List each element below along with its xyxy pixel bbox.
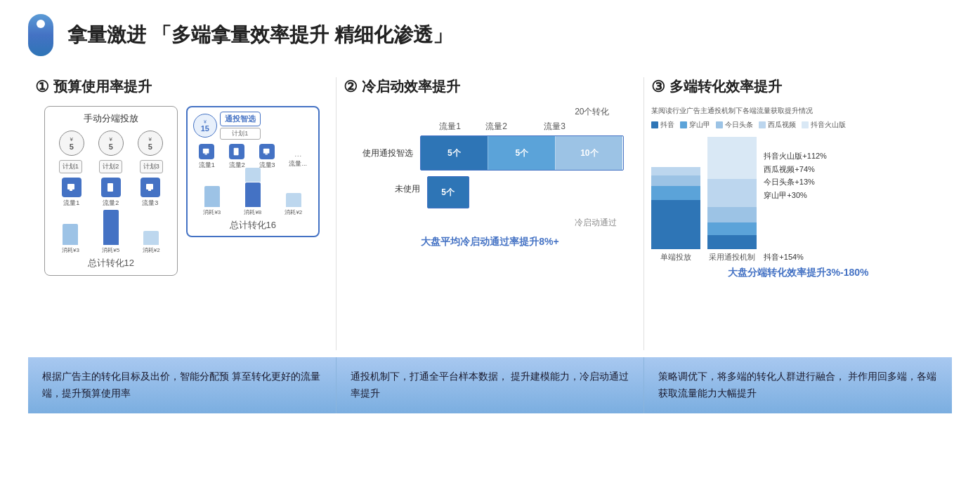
pct-huoshan: 抖音火山版+112%: [764, 150, 827, 162]
seg-huoshan-tongdi: [707, 137, 757, 179]
bottom-box-1: 根据广告主的转化目标及出价，智能分配预 算至转化更好的流量端，提升预算使用率: [28, 357, 337, 413]
single-bar: [651, 137, 700, 249]
svg-rect-0: [67, 184, 74, 189]
pct-toutiao: 今日头条+13%: [764, 176, 827, 188]
col3-multiplatform: ③ 多端转化效率提升 某阅读行业广告主通投机制下各端流量获取提升情况 抖音 穿山…: [644, 77, 952, 350]
col2-title-text: 冷启动效率提升: [362, 77, 460, 96]
plan-box-3: 计划3: [140, 160, 163, 173]
using-cell-2: 5个: [488, 136, 555, 170]
chart-col-labels: 流量1 流量2 流量3: [427, 121, 624, 133]
flow-icon-2: 流量2: [101, 178, 121, 208]
bars-manual: 消耗¥3 消耗¥5 消耗¥2: [52, 212, 170, 254]
col1-num: ①: [35, 78, 49, 96]
legend-xigua: 西瓜视频: [759, 120, 796, 130]
legend-dot-huoshan: [802, 121, 809, 128]
tongdi-bar-group: 采用通投机制: [707, 137, 757, 262]
tongdi-flow-more: … 流量...: [289, 144, 307, 170]
device-icon-2: [101, 178, 121, 197]
col3-num: ③: [651, 78, 665, 96]
chart-header-row: 20个转化: [357, 106, 624, 118]
bar-manual-3: 消耗¥2: [143, 231, 160, 254]
col1-title: ① 预算使用率提升: [35, 77, 329, 96]
plan-box-1: 计划1: [59, 160, 82, 173]
col2-title: ② 冷启动效率提升: [344, 77, 637, 96]
col2-cold-start: ② 冷启动效率提升 20个转化 流量1 流量2 流量3: [337, 77, 645, 350]
legend-huoshan: 抖音火山版: [802, 120, 846, 130]
plan-labels: 计划1 计划2 计划3: [52, 160, 170, 173]
col-label-2: 流量2: [473, 121, 520, 133]
seg-douyin-tongdi: [707, 235, 757, 249]
col2-bottom-label: 冷启动通过: [357, 217, 624, 229]
unused-row-label: 未使用: [357, 176, 427, 195]
seg-chuanshanjia-single: [651, 186, 700, 200]
budget-circle-2: ¥ 5: [98, 131, 124, 156]
col1-budget: ① 预算使用率提升 手动分端投放 ¥ 5 ¥ 5: [28, 77, 337, 350]
page-wrapper: 拿量激进 「多端拿量效率提升 精细化渗透」 ① 预算使用率提升 手动分端投放 ¥…: [0, 0, 980, 499]
bar-tongdi-3: 消耗¥2: [285, 193, 302, 216]
bar-tongdi-1: 消耗¥3: [203, 186, 221, 216]
col3-title: ③ 多端转化效率提升: [651, 77, 945, 96]
tongdi-bar-label: 采用通投机制: [709, 252, 755, 262]
tongdi-device-2: [229, 144, 244, 159]
col-label-3: 流量3: [520, 121, 590, 133]
legend-toutiao: 今日头条: [716, 120, 753, 130]
main-columns: ① 预算使用率提升 手动分端投放 ¥ 5 ¥ 5: [28, 77, 952, 350]
bars-tongdi: 消耗¥3 消耗¥8: [193, 174, 313, 216]
bar-manual-1: 消耗¥3: [62, 224, 79, 254]
total-tongdi: 总计转化16: [193, 219, 313, 232]
tongdi-flow-2: 流量2: [229, 144, 245, 170]
chart-using-row: 使用通投智选 5个 5个 10个: [357, 135, 624, 171]
col3-legend: 抖音 穿山甲 今日头条 西瓜视频: [651, 120, 945, 130]
manual-label: 手动分端投放: [52, 112, 170, 125]
pct-labels: 抖音火山版+112% 西瓜视频+74% 今日头条+13% 穿山甲+30% 抖音+…: [764, 150, 827, 262]
svg-rect-6: [205, 154, 207, 155]
pct-chuanshanjia: 穿山甲+30%: [764, 189, 827, 201]
tongdi-device-3: [259, 144, 275, 159]
legend-douyin: 抖音: [651, 120, 674, 130]
col2-content: 20个转化 流量1 流量2 流量3 使用通投智选 5个 5个: [344, 106, 637, 350]
tongdi-title: 通投智选: [220, 112, 261, 126]
bottom-section: 根据广告主的转化目标及出价，智能分配预 算至转化更好的流量端，提升预算使用率 通…: [28, 357, 952, 413]
legend-dot-douyin: [651, 121, 658, 128]
bottom-box-2: 通投机制下，打通全平台样本数据， 提升建模能力，冷启动通过率提升: [337, 357, 645, 413]
using-row-label: 使用通投智选: [357, 135, 420, 171]
header-icon: [28, 14, 53, 56]
tongdi-budget-circle: ¥ 15: [193, 114, 217, 138]
seg-douyin-single: [651, 200, 700, 249]
tongdi-header: ¥ 15 通投智选 计划1: [193, 112, 313, 140]
using-cell-3: 10个: [555, 136, 622, 170]
flow-icons-tongdi: 流量1 流量2 流量3: [193, 144, 313, 170]
tongdi-plan: 计划1: [220, 128, 261, 140]
unused-cell: 5个: [427, 176, 469, 208]
using-cell-1: 5个: [421, 136, 488, 170]
single-bar-label: 单端投放: [660, 252, 691, 262]
using-row-bars: 5个 5个 10个: [420, 135, 624, 171]
col2-num: ②: [344, 78, 358, 96]
plan-box-2: 计划2: [99, 160, 122, 173]
header: 拿量激进 「多端拿量效率提升 精细化渗透」: [28, 14, 952, 56]
chart-max-label: 20个转化: [575, 106, 609, 118]
tongdi-bar: [707, 137, 757, 249]
pct-douyin: 抖音+154%: [764, 251, 827, 263]
svg-rect-2: [107, 183, 113, 192]
svg-rect-9: [265, 154, 267, 155]
bar-manual-2: 消耗¥5: [102, 210, 119, 254]
col3-title-text: 多端转化效率提升: [669, 77, 782, 96]
legend-dot-toutiao: [716, 121, 723, 128]
svg-rect-8: [263, 149, 270, 154]
bars-row-tongdi: 消耗¥3 消耗¥8: [193, 174, 313, 216]
bar-tongdi-2: 消耗¥8: [244, 168, 261, 216]
col2-summary: 大盘平均冷启动通过率提升8%+: [357, 236, 624, 248]
bars-row-manual: 消耗¥3 消耗¥5 消耗¥2: [52, 212, 170, 254]
col3-content: 某阅读行业广告主通投机制下各端流量获取提升情况 抖音 穿山甲 今日头条: [651, 106, 945, 350]
seg-xigua-tongdi: [707, 179, 757, 207]
budget-circle-3: ¥ 5: [138, 131, 163, 156]
seg-toutiao-single: [651, 175, 700, 186]
conversion-chart: 20个转化 流量1 流量2 流量3 使用通投智选 5个 5个: [357, 106, 624, 248]
total-manual: 总计转化12: [52, 257, 170, 270]
col3-chart-wrapper: 单端投放 采用通投机制: [651, 137, 945, 262]
legend-dot-xigua: [759, 121, 766, 128]
unused-bar-area: 5个: [427, 176, 473, 208]
tongdi-box: ¥ 15 通投智选 计划1: [186, 106, 320, 237]
svg-rect-1: [70, 189, 72, 191]
